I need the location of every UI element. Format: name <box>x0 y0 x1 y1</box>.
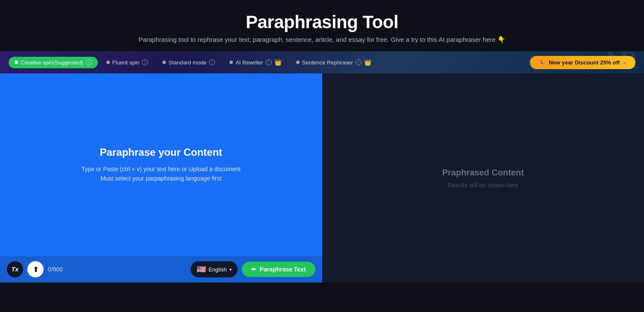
pencil-icon: ✏ <box>251 266 256 273</box>
mode-tab-creative-spin[interactable]: Creative spin(Suggested) i <box>9 57 98 68</box>
content-area: Paraphrase your Content Type or Paste (c… <box>0 73 644 283</box>
discount-label: New year Discount 25% off → <box>549 59 627 66</box>
mode-tab-fluent-spin[interactable]: Fluent spin i <box>100 57 154 68</box>
mode-tab-sentence[interactable]: Sentence Rephraser i 👑 <box>290 56 377 68</box>
info-icon-ai: i <box>266 59 272 65</box>
left-panel-body[interactable]: Paraphrase your Content Type or Paste (c… <box>0 73 322 256</box>
info-icon-creative: i <box>86 59 92 65</box>
page-title: Paraphrasing Tool <box>9 12 635 32</box>
mode-dot-creative <box>15 61 18 64</box>
tx-icon: Tx <box>12 266 18 273</box>
left-panel-footer: Tx ⬆ 0/800 🇺🇸 English ▾ ✏ Paraphrase Tex… <box>0 256 322 283</box>
info-icon-fluent: i <box>142 59 148 65</box>
upload-button[interactable]: ⬆ <box>27 261 44 277</box>
mode-tab-standard[interactable]: Standard mode i <box>156 57 221 68</box>
mode-label-creative: Creative spin(Suggested) <box>21 59 83 66</box>
crown-icon-ai: 👑 <box>274 59 282 66</box>
mode-dot-sentence <box>296 61 300 64</box>
crown-icon-sentence: 👑 <box>364 59 371 66</box>
page-wrapper: Paraphrasing Tool Paraphrasing tool to r… <box>0 0 644 312</box>
party-icon: 🎉 <box>538 59 545 66</box>
char-counter: 0/800 <box>48 266 63 273</box>
info-icon-standard: i <box>209 59 215 65</box>
input-panel-title: Paraphrase your Content <box>100 146 222 158</box>
language-label: English <box>209 266 227 273</box>
mode-tab-ai-rewriter[interactable]: AI Rewriter i 👑 <box>223 56 287 68</box>
header: Paraphrasing Tool Paraphrasing tool to r… <box>0 0 644 51</box>
mode-label-ai: AI Rewriter <box>235 59 263 66</box>
mode-label-fluent: Fluent spin <box>112 59 140 66</box>
output-panel-title: Praphrased Content <box>442 168 524 178</box>
clear-text-button[interactable]: Tx <box>7 261 23 277</box>
flag-icon: 🇺🇸 <box>197 265 206 274</box>
right-panel: Praphrased Content Results will be shown… <box>322 73 644 283</box>
language-selector[interactable]: 🇺🇸 English ▾ <box>191 261 238 277</box>
paraphrase-btn-label: Paraphrase Text <box>260 266 306 273</box>
input-panel-hint-line1: Type or Paste (ctrl + v) your text here … <box>82 164 241 174</box>
mode-label-standard: Standard mode <box>168 59 206 66</box>
mode-dot-ai <box>229 61 233 64</box>
output-panel-subtitle: Results will be shown here <box>447 182 518 189</box>
mode-bar: Creative spin(Suggested) i Fluent spin i… <box>0 51 644 73</box>
mode-dot-standard <box>162 61 166 64</box>
paraphrase-button[interactable]: ✏ Paraphrase Text <box>242 262 315 277</box>
input-panel-hint-line2: Must select your parpaphrasing language … <box>100 174 221 183</box>
chevron-down-icon: ▾ <box>229 267 232 272</box>
mode-label-sentence: Sentence Rephraser <box>302 59 353 66</box>
page-subtitle: Paraphrasing tool to rephrase your text,… <box>9 36 635 44</box>
discount-button[interactable]: 🎉 New year Discount 25% off → <box>530 56 635 69</box>
left-panel: Paraphrase your Content Type or Paste (c… <box>0 73 322 283</box>
upload-icon: ⬆ <box>33 265 38 274</box>
info-icon-sentence: i <box>356 59 362 65</box>
mode-dot-fluent <box>106 61 110 64</box>
